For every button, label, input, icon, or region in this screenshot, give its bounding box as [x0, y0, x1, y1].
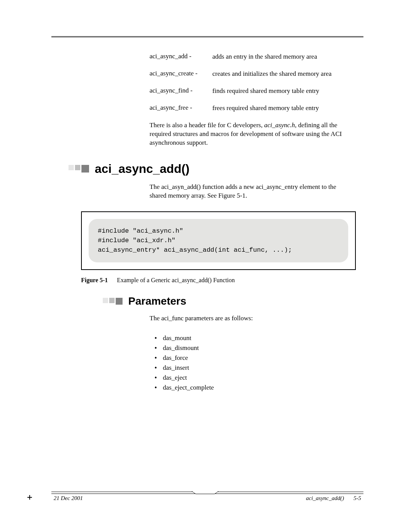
code-figure: #include "aci_async.h" #include "aci_xdr…	[81, 211, 356, 270]
block-mid-icon	[109, 298, 115, 303]
list-item: das_insert	[163, 364, 363, 372]
footer-section: aci_async_add()	[306, 495, 344, 502]
footer-row: 21 Dec 2001 aci_async_add() 5-5	[51, 494, 363, 502]
block-light-icon	[68, 165, 74, 170]
definition-desc: frees required shared memory table entry	[212, 104, 356, 113]
definition-desc: finds required shared memory table entry	[212, 87, 356, 96]
definition-row: aci_async_add - adds an entry in the sha…	[150, 53, 356, 61]
page: aci_async_add - adds an entry in the sha…	[0, 0, 411, 532]
definition-term: aci_async_free -	[150, 104, 212, 113]
code-block: #include "aci_async.h" #include "aci_xdr…	[89, 219, 348, 262]
crop-mark-icon	[27, 497, 32, 498]
definition-row: aci_async_free - frees required shared m…	[150, 104, 356, 113]
list-item: das_eject	[163, 374, 363, 382]
top-rule	[51, 36, 363, 37]
heading-1: aci_async_add()	[68, 162, 363, 176]
block-dark-icon	[116, 298, 123, 305]
footer-rule	[51, 492, 363, 492]
block-dark-icon	[81, 165, 89, 173]
figure-label: Figure 5-1	[81, 277, 108, 283]
definition-term: aci_async_create -	[150, 70, 212, 78]
heading-1-text: aci_async_add()	[95, 162, 190, 176]
heading-blocks-icon	[68, 165, 90, 173]
body-paragraph: The aci_asyn_add() function adds a new a…	[150, 183, 352, 200]
definition-desc: adds an entry in the shared memory area	[212, 53, 356, 61]
page-footer: 21 Dec 2001 aci_async_add() 5-5	[51, 492, 363, 502]
intro-paragraph: There is also a header file for C develo…	[150, 121, 352, 147]
intro-pre: There is also a header file for C develo…	[150, 121, 264, 129]
parameter-list: das_mount das_dismount das_force das_ins…	[163, 334, 363, 391]
definition-term: aci_async_find -	[150, 87, 212, 96]
footer-right: aci_async_add() 5-5	[306, 495, 361, 502]
list-item: das_force	[163, 354, 363, 362]
definition-row: aci_async_find - finds required shared m…	[150, 87, 356, 96]
heading-2-text: Parameters	[128, 295, 186, 307]
list-item: das_dismount	[163, 344, 363, 352]
definition-desc: creates and initializes the shared memor…	[212, 70, 356, 78]
list-item: das_mount	[163, 334, 363, 342]
intro-italic: aci_async.h	[264, 121, 295, 129]
definition-list: aci_async_add - adds an entry in the sha…	[150, 53, 356, 113]
footer-notch-icon	[192, 491, 218, 494]
params-intro: The aci_func parameters are as follows:	[150, 314, 352, 323]
figure-caption-text: Example of a Generic aci_async_add() Fun…	[117, 277, 235, 283]
heading-blocks-icon	[103, 298, 124, 305]
definition-term: aci_async_add -	[150, 53, 212, 61]
list-item: das_eject_complete	[163, 384, 363, 391]
heading-2: Parameters	[103, 295, 363, 307]
footer-date: 21 Dec 2001	[54, 495, 83, 502]
block-light-icon	[103, 298, 108, 303]
figure-caption: Figure 5-1 Example of a Generic aci_asyn…	[81, 277, 363, 284]
footer-page: 5-5	[354, 495, 361, 502]
block-mid-icon	[75, 165, 80, 170]
definition-row: aci_async_create - creates and initializ…	[150, 70, 356, 78]
